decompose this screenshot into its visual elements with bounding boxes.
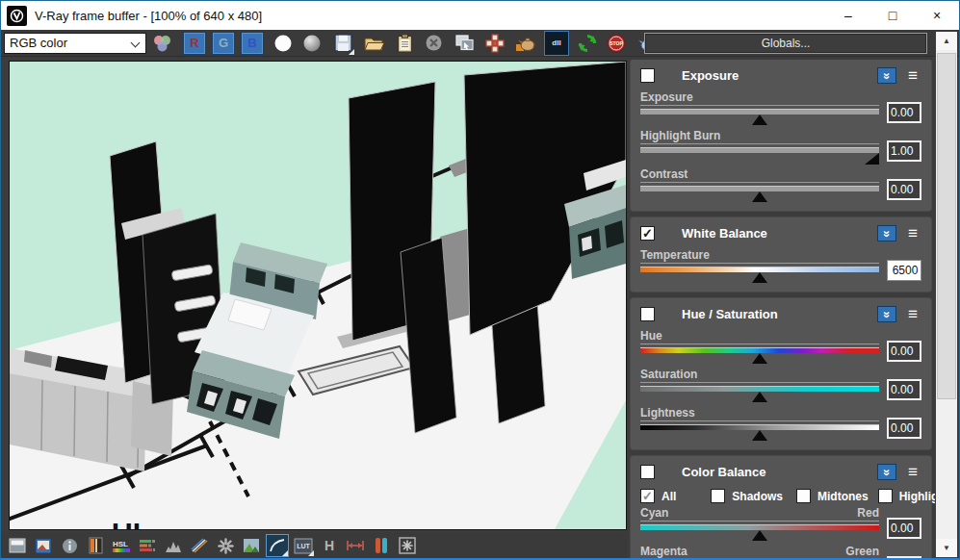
scroll-up-icon[interactable]: ▲ — [936, 32, 957, 50]
background-image-icon[interactable] — [241, 535, 262, 556]
contrast-slider[interactable] — [640, 186, 879, 191]
highlight-burn-value-input[interactable]: 1.00 — [887, 140, 921, 162]
hsl-correction-icon[interactable]: HSL — [111, 535, 132, 556]
track-mouse-render-icon[interactable] — [483, 32, 506, 55]
mode-shadows[interactable]: Shadows — [711, 489, 783, 503]
mode-all[interactable]: All — [640, 489, 676, 503]
image-strip-icon[interactable] — [85, 535, 106, 556]
saturation-value-input[interactable]: 0.00 — [887, 379, 921, 400]
stop-render-button[interactable]: STOP — [605, 32, 628, 55]
cyan-red-value-input[interactable]: 0.00 — [887, 518, 921, 539]
save-image-button[interactable] — [331, 32, 354, 55]
slider-marker-icon[interactable] — [752, 430, 767, 441]
mode-highlight[interactable]: Highlight — [878, 489, 935, 503]
globals-button[interactable]: Globals... — [644, 33, 927, 54]
slider-marker-icon[interactable] — [752, 353, 767, 364]
lightness-value-input[interactable]: 0.00 — [887, 418, 921, 439]
exposure-slider[interactable] — [640, 109, 879, 115]
render-last-teapot-icon[interactable] — [514, 32, 537, 55]
contrast-value-input[interactable]: 0.00 — [887, 179, 921, 200]
exposure-value-input[interactable]: 0.00 — [887, 102, 921, 123]
all-checkbox[interactable] — [640, 489, 655, 503]
hue-saturation-section: Hue / Saturation Hue 0.00 Saturation 0 — [631, 298, 931, 449]
minimize-button[interactable]: – — [826, 1, 870, 30]
scrollbar-thumb[interactable] — [937, 53, 956, 399]
slider-marker-icon[interactable] — [752, 530, 767, 541]
color-balance-enable-checkbox[interactable] — [640, 465, 655, 479]
collapse-section-button[interactable] — [877, 464, 896, 480]
maximize-button[interactable]: □ — [870, 1, 915, 30]
lut-correction-icon[interactable]: LUT — [293, 535, 314, 556]
section-menu-button[interactable] — [904, 464, 921, 480]
slider-marker-icon[interactable] — [865, 153, 879, 165]
stamp-icon[interactable] — [397, 535, 418, 556]
red-channel-button[interactable]: R — [183, 32, 206, 55]
collapse-section-button[interactable] — [877, 306, 896, 322]
section-menu-button[interactable] — [904, 225, 921, 242]
compare-horizontal-icon[interactable] — [345, 535, 366, 556]
ab-compare-icon[interactable] — [371, 535, 392, 556]
hue-slider[interactable] — [640, 347, 879, 353]
collapse-section-button[interactable] — [877, 225, 896, 242]
mode-midtones[interactable]: Midtones — [796, 489, 869, 503]
main-toolbar: RGB color R G B — [1, 30, 959, 57]
highlight-burn-slider[interactable] — [640, 147, 879, 153]
copy-clipboard-button[interactable] — [393, 32, 416, 55]
info-icon[interactable] — [59, 535, 80, 556]
clear-image-button[interactable] — [422, 32, 445, 55]
slider-label: Contrast — [640, 167, 688, 181]
scroll-down-icon[interactable]: ▼ — [936, 539, 957, 557]
dropdown-corner-icon — [349, 49, 354, 55]
slider-label-right: Green — [845, 545, 879, 558]
blue-channel-button[interactable]: B — [241, 32, 264, 55]
shadows-checkbox[interactable] — [711, 489, 725, 503]
cyan-red-slider[interactable] — [640, 524, 879, 530]
channel-select-dropdown[interactable]: RGB color — [4, 33, 146, 54]
highlight-checkbox[interactable] — [878, 489, 893, 503]
white-balance-enable-checkbox[interactable] — [640, 226, 655, 241]
green-channel-button[interactable]: G — [212, 32, 235, 55]
panel-scrollbar[interactable]: ▲ ▼ — [936, 32, 957, 557]
slider-marker-icon[interactable] — [752, 392, 767, 402]
curve-tone-mapping-icon[interactable] — [267, 535, 288, 556]
slider-label: Hue — [640, 329, 662, 343]
temperature-slider[interactable] — [640, 267, 879, 272]
open-image-button[interactable] — [362, 32, 385, 55]
display-correction-icon[interactable] — [7, 535, 28, 556]
monochrome-button[interactable] — [300, 32, 324, 55]
slider-marker-icon[interactable] — [752, 115, 767, 125]
curves-correction-icon[interactable] — [189, 535, 210, 556]
slider-marker-icon[interactable] — [752, 191, 767, 202]
vray-logo-icon — [7, 6, 27, 26]
hue-value-input[interactable]: 0.00 — [887, 341, 921, 362]
slider-marker-icon[interactable] — [752, 272, 767, 283]
section-title: Color Balance — [682, 465, 765, 479]
hue-saturation-enable-checkbox[interactable] — [640, 307, 655, 321]
color-balance-section: Color Balance All Shadows Midtones — [631, 456, 931, 559]
lightness-slider[interactable] — [640, 424, 879, 430]
levels-correction-icon[interactable] — [137, 535, 158, 556]
history-icon[interactable]: H — [319, 535, 340, 556]
section-menu-button[interactable] — [904, 67, 921, 84]
duplicate-buffer-button[interactable] — [453, 32, 476, 55]
magenta-green-value-input[interactable]: 0.00 — [887, 556, 921, 559]
corrections-panel: Exposure Exposure 0.00 Highlight Burn — [629, 60, 935, 559]
alpha-channel-button[interactable] — [272, 32, 295, 55]
histogram-icon[interactable] — [163, 535, 184, 556]
saturation-slider[interactable] — [640, 386, 879, 392]
color-clamp-button[interactable]: dII — [545, 32, 568, 55]
corrections-toolbar: HSL — [1, 532, 627, 559]
close-button[interactable]: × — [915, 1, 959, 30]
slider-label: Highlight Burn — [640, 129, 720, 142]
update-render-button[interactable] — [576, 32, 599, 55]
temperature-value-input[interactable]: 6500 — [887, 260, 921, 281]
saved-state-icon[interactable] — [33, 535, 54, 556]
slider-label: Temperature — [640, 248, 710, 262]
midtones-checkbox[interactable] — [796, 489, 811, 503]
slider-label-left: Cyan — [640, 506, 668, 520]
collapse-section-button[interactable] — [877, 67, 896, 84]
section-menu-button[interactable] — [904, 306, 921, 322]
rgb-channels-icon[interactable] — [150, 32, 173, 55]
exposure-enable-checkbox[interactable] — [640, 68, 655, 83]
white-balance-wheel-icon[interactable] — [215, 535, 236, 556]
